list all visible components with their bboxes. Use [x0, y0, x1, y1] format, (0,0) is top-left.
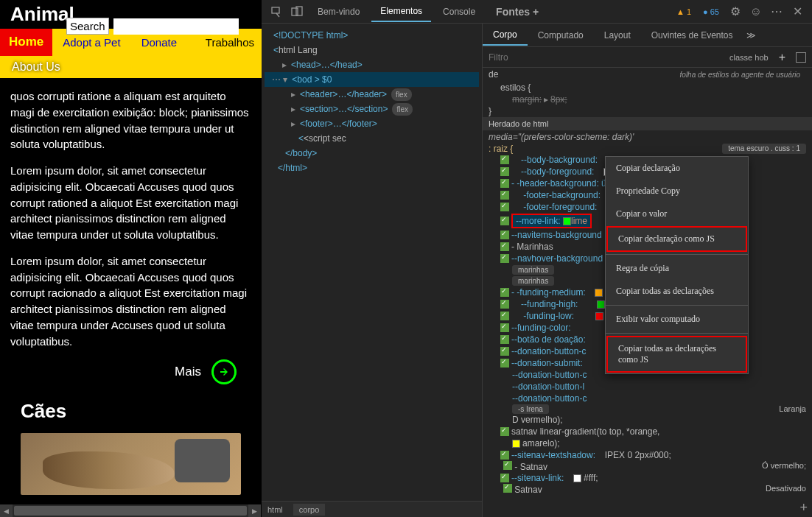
arrow-right-icon[interactable] [211, 359, 237, 384]
nav-about[interactable]: About Us [12, 60, 60, 73]
scroll-thumb[interactable] [14, 506, 247, 516]
css-declaration[interactable]: D vermelho); [483, 414, 812, 426]
close-icon[interactable]: ✕ [788, 3, 806, 21]
checkbox-icon[interactable] [500, 191, 509, 200]
dom-node-selected[interactable]: ⋯ ▾<bod > $0 [265, 72, 479, 87]
tab-console[interactable]: Console [434, 2, 484, 21]
inherited-from: Herdado de html [483, 117, 812, 130]
tab-listeners[interactable]: Ouvintes de Eventos [641, 26, 743, 45]
color-swatch[interactable] [597, 300, 605, 309]
paragraph: Lorem ipsum dolor, sit amet consectetur … [10, 163, 251, 243]
source-pill[interactable]: tema escuro . cuss : 1 [722, 144, 806, 154]
dom-node[interactable]: <<script sec [265, 131, 479, 146]
ctx-copy-property[interactable]: Propriedade Copy [606, 180, 748, 203]
dom-node[interactable]: ▸<footer>…</footer> [265, 116, 479, 131]
dom-node[interactable]: ▸<section>…</section>flex [265, 102, 479, 116]
color-swatch[interactable] [595, 312, 603, 320]
dom-node[interactable]: </body> [265, 146, 479, 161]
css-declaration[interactable]: --sitenav-textshadow: IPEX 0 2px#000; [483, 449, 812, 461]
tab-computed[interactable]: Computado [528, 26, 594, 45]
styles-panel: Corpo Computado Layout Ouvintes de Event… [483, 24, 812, 517]
css-value: -s Irena [512, 404, 549, 414]
css-declaration[interactable]: --donation-button-l [483, 381, 812, 393]
css-declaration[interactable]: --sitenav-link: #fff; [483, 472, 812, 484]
warning-badge[interactable]: ▲ 1 [672, 6, 696, 18]
checkbox-icon[interactable] [500, 203, 509, 211]
styles-rules[interactable]: defolha de estilos do agente de usuário … [483, 68, 812, 517]
ctx-copy-rule[interactable]: Regra de cópia [606, 257, 748, 280]
checkbox-icon[interactable] [500, 323, 509, 332]
scroll-left-icon[interactable]: ◀ [0, 504, 13, 517]
css-declaration[interactable]: --donation-button-c [483, 393, 812, 404]
css-declaration[interactable]: satnav linear-gradient(to top, *orange, [483, 426, 812, 437]
tab-welcome[interactable]: Bem-vindo [309, 2, 368, 21]
search-input[interactable] [113, 18, 239, 35]
stylesheet-source[interactable]: folha de estilos do agente de usuário [674, 69, 806, 80]
dom-node[interactable]: </html> [265, 161, 479, 175]
menu-separator [606, 305, 748, 306]
checkbox-icon[interactable] [500, 231, 509, 239]
ctx-copy-declaration[interactable]: Copiar declaração [606, 157, 748, 180]
ctx-copy-value[interactable]: Copiar o valor [606, 203, 748, 225]
color-swatch[interactable] [563, 217, 571, 225]
checkbox-icon[interactable] [500, 155, 509, 164]
checkbox-icon[interactable] [500, 474, 509, 482]
checkbox-icon[interactable] [500, 347, 509, 356]
css-rule[interactable]: estilos { [483, 82, 812, 94]
hov-toggle[interactable]: classe hob [729, 53, 769, 62]
feedback-icon[interactable]: ☺ [747, 3, 765, 21]
checkbox-icon[interactable] [503, 461, 512, 470]
checkbox-icon[interactable] [500, 242, 509, 251]
box-icon[interactable] [796, 52, 806, 63]
checkbox-icon[interactable] [500, 167, 509, 176]
add-rule-icon[interactable]: + [799, 500, 808, 516]
css-declaration[interactable]: amarelo); [483, 437, 812, 449]
device-icon[interactable] [288, 3, 306, 21]
checkbox-icon[interactable] [500, 179, 509, 188]
more-link[interactable]: Mais [175, 363, 201, 381]
checkbox-icon[interactable] [503, 484, 512, 493]
tab-styles[interactable]: Corpo [483, 25, 528, 46]
breadcrumb-item[interactable]: corpo [293, 504, 326, 516]
checkbox-icon[interactable] [500, 217, 509, 225]
checkbox-icon[interactable] [500, 359, 509, 367]
devtools-panel: Bem-vindo Elementos Console Fontes + ▲ 1… [262, 0, 812, 517]
plus-icon[interactable]: + [774, 51, 790, 64]
dom-node[interactable]: <html Lang [265, 43, 479, 57]
context-menu: Copiar declaração Propriedade Copy Copia… [605, 156, 749, 374]
gear-icon[interactable]: ⚙ [727, 3, 744, 21]
css-declaration[interactable]: margin: ▸ 8px; [483, 94, 812, 105]
css-selector[interactable]: : raiz { [489, 144, 513, 154]
checkbox-icon[interactable] [500, 300, 509, 309]
color-swatch[interactable] [595, 289, 603, 297]
ctx-copy-declaration-js[interactable]: Copiar declaração como JS [606, 226, 747, 252]
scroll-right-icon[interactable]: ▶ [248, 504, 261, 517]
ctx-view-computed[interactable]: Exibir valor computado [606, 308, 748, 331]
tab-sources[interactable]: Fontes + [487, 1, 547, 22]
info-badge[interactable]: ● 65 [699, 6, 724, 18]
breadcrumb-item[interactable]: html [267, 505, 283, 514]
ctx-copy-all-js[interactable]: Copiar todas as declarações como JS [606, 336, 747, 373]
dom-node[interactable]: ▸<head>…</head> [265, 57, 479, 72]
css-value: Laranja [779, 404, 806, 414]
dom-node[interactable]: <!DOCTYPE html> [265, 28, 479, 43]
checkbox-icon[interactable] [500, 451, 509, 460]
checkbox-icon[interactable] [500, 254, 509, 263]
color-swatch[interactable] [512, 440, 520, 448]
horizontal-scrollbar[interactable]: ◀ ▶ [0, 504, 261, 517]
checkbox-icon[interactable] [500, 427, 509, 436]
tab-layout[interactable]: Layout [594, 26, 641, 45]
filter-input[interactable] [489, 52, 724, 63]
checkbox-icon[interactable] [500, 312, 509, 320]
checkbox-icon[interactable] [500, 288, 509, 297]
color-swatch[interactable] [573, 474, 581, 482]
chevron-right-icon[interactable]: ≫ [743, 30, 759, 41]
checkbox-icon[interactable] [500, 335, 509, 344]
ctx-copy-all[interactable]: Copiar todas as declarações [606, 280, 748, 303]
inspect-icon[interactable] [267, 3, 285, 21]
more-icon[interactable]: ⋯ [768, 3, 785, 21]
tab-elements[interactable]: Elementos [371, 1, 431, 22]
dom-node[interactable]: ▸<header>…</header>flex [265, 87, 479, 102]
nav-home[interactable]: Home [0, 29, 52, 56]
dom-tree[interactable]: <!DOCTYPE html> <html Lang ▸<head>…</hea… [262, 24, 482, 501]
